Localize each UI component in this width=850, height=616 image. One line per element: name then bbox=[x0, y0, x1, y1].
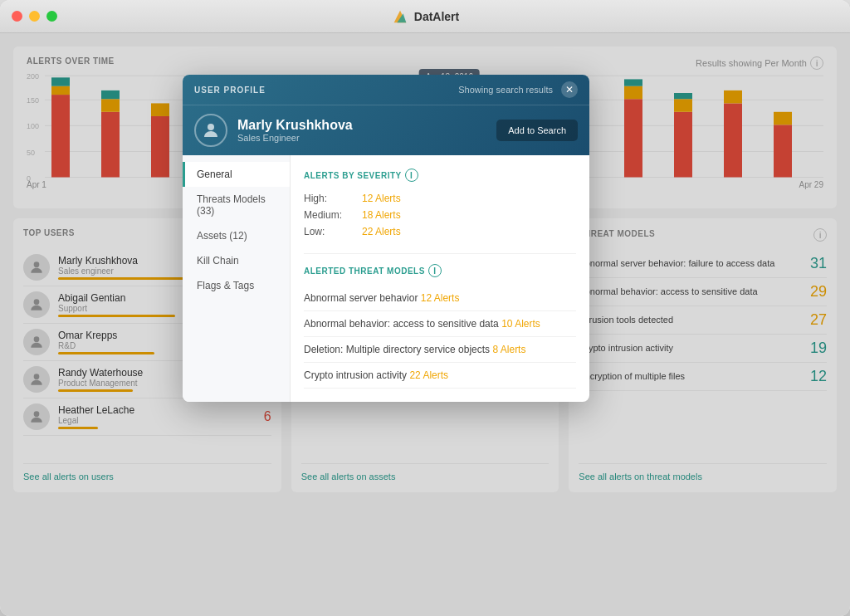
severity-value: 12 Alerts bbox=[362, 193, 401, 204]
sidebar-item-flags[interactable]: Flags & Tags bbox=[183, 273, 290, 298]
user-profile-modal: USER PROFILE Showing search results ✕ bbox=[183, 75, 589, 402]
minimize-button[interactable] bbox=[29, 11, 40, 22]
modal-title: USER PROFILE bbox=[194, 86, 266, 95]
close-button[interactable] bbox=[12, 11, 22, 22]
alerted-count: 10 Alerts bbox=[501, 318, 540, 330]
alerted-threat-models-title: ALERTED THREAT MODELS i bbox=[304, 264, 576, 277]
modal-sidebar: General Threats Models (33) Assets (12) … bbox=[183, 155, 291, 402]
info-icon[interactable]: i bbox=[405, 169, 418, 182]
severity-title-text: ALERTS BY SEVERITY bbox=[304, 171, 402, 180]
sidebar-item-threats[interactable]: Threats Models (33) bbox=[183, 187, 290, 223]
sidebar-item-assets[interactable]: Assets (12) bbox=[183, 223, 290, 248]
main-content: ALERTS OVER TIME Results showing Per Mon… bbox=[0, 33, 850, 616]
svg-point-46 bbox=[208, 124, 214, 130]
info-icon[interactable]: i bbox=[428, 264, 442, 277]
alerted-item[interactable]: Abnormal server behavior 12 Alerts bbox=[304, 286, 576, 311]
severity-value: 22 Alerts bbox=[362, 226, 401, 237]
modal-overlay[interactable]: USER PROFILE Showing search results ✕ bbox=[0, 33, 850, 616]
modal-user-name: Marly Krushkhova bbox=[237, 118, 496, 133]
severity-label: Low: bbox=[304, 226, 362, 237]
modal-title-bar: USER PROFILE Showing search results ✕ bbox=[183, 75, 589, 105]
sidebar-item-general[interactable]: General bbox=[183, 162, 290, 187]
severity-row-high: High: 12 Alerts bbox=[304, 190, 576, 207]
severity-label: Medium: bbox=[304, 209, 362, 221]
app-title-text: DatAlert bbox=[414, 10, 459, 23]
modal-user-role: Sales Engineer bbox=[237, 133, 496, 143]
sidebar-item-killchain[interactable]: Kill Chain bbox=[183, 248, 290, 273]
severity-label: High: bbox=[304, 193, 362, 204]
alerted-item[interactable]: Deletion: Multiple directory service obj… bbox=[304, 337, 576, 363]
app-window: DatAlert ALERTS OVER TIME Results showin… bbox=[0, 0, 850, 616]
severity-table: High: 12 Alerts Medium: 18 Alerts Low: 2… bbox=[304, 190, 576, 240]
maximize-button[interactable] bbox=[46, 11, 57, 22]
alerted-name: Deletion: Multiple directory service obj… bbox=[304, 344, 490, 355]
alerted-item[interactable]: Crypto intrusion activity 22 Alerts bbox=[304, 363, 576, 389]
severity-row-low: Low: 22 Alerts bbox=[304, 223, 576, 240]
alerted-name: Crypto intrusion activity bbox=[304, 369, 407, 381]
modal-avatar bbox=[194, 114, 227, 147]
window-controls bbox=[12, 11, 57, 22]
modal-user-info: Marly Krushkhova Sales Engineer bbox=[237, 118, 496, 143]
modal-close-button[interactable]: ✕ bbox=[561, 81, 578, 98]
alerted-name: Abnormal server behavior bbox=[304, 292, 418, 304]
severity-value: 18 Alerts bbox=[362, 209, 401, 221]
alerted-count: 12 Alerts bbox=[421, 292, 460, 304]
alerted-count: 8 Alerts bbox=[492, 344, 525, 355]
add-to-search-button[interactable]: Add to Search bbox=[496, 120, 578, 141]
modal-user-bar: Marly Krushkhova Sales Engineer Add to S… bbox=[183, 105, 589, 155]
logo-icon bbox=[391, 7, 409, 26]
alerted-item[interactable]: Abnormal behavior: access to sensitive d… bbox=[304, 311, 576, 337]
alerts-severity-title: ALERTS BY SEVERITY i bbox=[304, 169, 576, 182]
alerted-name: Abnormal behavior: access to sensitive d… bbox=[304, 318, 499, 330]
severity-row-medium: Medium: 18 Alerts bbox=[304, 207, 576, 223]
modal-body: General Threats Models (33) Assets (12) … bbox=[183, 155, 589, 402]
alerted-count: 22 Alerts bbox=[409, 369, 448, 381]
modal-content: ALERTS BY SEVERITY i High: 12 Alerts Med… bbox=[291, 155, 589, 402]
modal-header: USER PROFILE Showing search results ✕ bbox=[183, 75, 589, 155]
modal-search-results: Showing search results bbox=[458, 85, 553, 95]
threat-models-title-text: ALERTED THREAT MODELS bbox=[304, 266, 425, 276]
divider bbox=[304, 253, 576, 254]
titlebar: DatAlert bbox=[0, 0, 850, 33]
app-title: DatAlert bbox=[391, 7, 459, 26]
